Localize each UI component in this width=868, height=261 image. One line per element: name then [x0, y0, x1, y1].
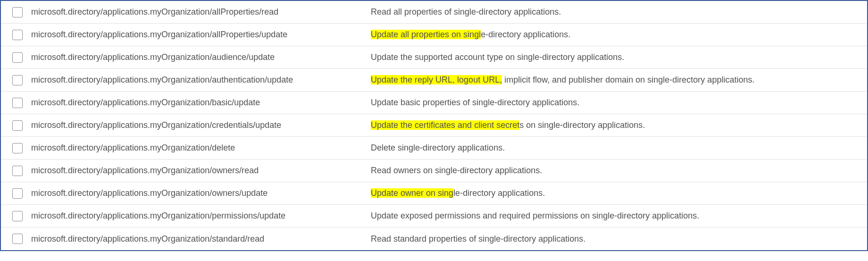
row-checkbox[interactable] — [12, 143, 23, 153]
permission-name: microsoft.directory/applications.myOrgan… — [31, 52, 371, 62]
permission-name: microsoft.directory/applications.myOrgan… — [31, 211, 371, 221]
permission-description: Read owners on single-directory applicat… — [371, 166, 858, 176]
permission-description: Update the certificates and client secre… — [371, 120, 858, 130]
row-checkbox[interactable] — [12, 166, 23, 176]
row-checkbox[interactable] — [12, 234, 23, 244]
permission-name: microsoft.directory/applications.myOrgan… — [31, 120, 371, 130]
row-checkbox[interactable] — [12, 7, 23, 17]
table-row: microsoft.directory/applications.myOrgan… — [1, 205, 867, 227]
table-row: microsoft.directory/applications.myOrgan… — [1, 69, 867, 92]
permission-name: microsoft.directory/applications.myOrgan… — [31, 7, 371, 17]
table-row: microsoft.directory/applications.myOrgan… — [1, 137, 867, 160]
table-row: microsoft.directory/applications.myOrgan… — [1, 46, 867, 69]
permission-description: Delete single-directory applications. — [371, 143, 858, 153]
table-row: microsoft.directory/applications.myOrgan… — [1, 1, 867, 24]
row-checkbox[interactable] — [12, 120, 23, 131]
permission-description: Read standard properties of single-direc… — [371, 234, 858, 244]
permission-name: microsoft.directory/applications.myOrgan… — [31, 234, 371, 244]
table-row: microsoft.directory/applications.myOrgan… — [1, 160, 867, 182]
table-row: microsoft.directory/applications.myOrgan… — [1, 182, 867, 205]
permission-description: Update owner on single-directory applica… — [371, 188, 858, 198]
row-checkbox[interactable] — [12, 52, 23, 63]
highlighted-text: Update the reply URL, logout URL, — [371, 75, 502, 84]
permission-name: microsoft.directory/applications.myOrgan… — [31, 75, 371, 85]
row-checkbox[interactable] — [12, 30, 23, 40]
row-checkbox[interactable] — [12, 211, 23, 221]
permission-name: microsoft.directory/applications.myOrgan… — [31, 166, 371, 176]
permission-name: microsoft.directory/applications.myOrgan… — [31, 98, 371, 108]
permission-description: Read all properties of single-directory … — [371, 7, 858, 17]
highlighted-text: Update all properties on singl — [371, 30, 481, 39]
permission-name: microsoft.directory/applications.myOrgan… — [31, 30, 371, 40]
permission-description: Update all properties on single-director… — [371, 30, 858, 40]
permission-description: Update the supported account type on sin… — [371, 52, 858, 62]
permission-name: microsoft.directory/applications.myOrgan… — [31, 143, 371, 153]
permission-description: Update exposed permissions and required … — [371, 211, 858, 221]
row-checkbox[interactable] — [12, 98, 23, 108]
highlighted-text: Update the certificates and client secre… — [371, 120, 519, 130]
row-checkbox[interactable] — [12, 75, 23, 85]
table-row: microsoft.directory/applications.myOrgan… — [1, 92, 867, 114]
permission-description: Update basic properties of single-direct… — [371, 98, 858, 108]
permission-description: Update the reply URL, logout URL, implic… — [371, 75, 858, 85]
row-checkbox[interactable] — [12, 188, 23, 199]
highlighted-text: Update owner on sing — [371, 188, 453, 198]
permission-name: microsoft.directory/applications.myOrgan… — [31, 188, 371, 198]
table-row: microsoft.directory/applications.myOrgan… — [1, 227, 867, 250]
table-row: microsoft.directory/applications.myOrgan… — [1, 24, 867, 46]
permissions-table: microsoft.directory/applications.myOrgan… — [0, 0, 868, 251]
table-row: microsoft.directory/applications.myOrgan… — [1, 114, 867, 137]
